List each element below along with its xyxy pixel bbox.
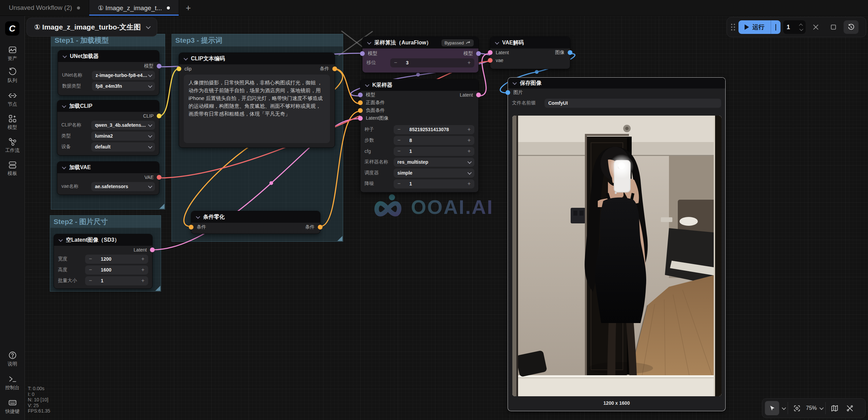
collapse-icon[interactable] bbox=[63, 54, 67, 58]
collapse-icon[interactable] bbox=[62, 103, 66, 108]
shift-stepper[interactable]: −3+ bbox=[390, 58, 474, 67]
collapse-icon[interactable] bbox=[513, 80, 517, 85]
increment-icon[interactable] bbox=[799, 23, 803, 27]
vae-name-combo[interactable]: ae.safetensors bbox=[91, 182, 155, 191]
node-unet-loader[interactable]: UNet加载器 模型 UNet名称 z-image-turbo-fp8-e4m.… bbox=[58, 50, 159, 96]
clip-type-combo[interactable]: lumina2 bbox=[91, 132, 155, 141]
node-model-sampling-auraflow[interactable]: 采样算法（AuraFlow） Bypassed 模型 模型 移位 −3+ bbox=[362, 37, 479, 73]
widget-label: 批量大小 bbox=[58, 278, 85, 284]
batch-count-input[interactable]: 1 bbox=[783, 20, 806, 34]
group-resize-handle[interactable] bbox=[155, 286, 160, 291]
seed-stepper[interactable]: −852192531413078+ bbox=[394, 125, 474, 134]
tab-image-z-image-turbo[interactable]: ① Image_z_image_t... bbox=[89, 0, 179, 16]
height-stepper[interactable]: −1600+ bbox=[85, 265, 148, 275]
sidebar-item-label: 模型 bbox=[8, 124, 17, 131]
node-save-image[interactable]: 保存图像 图片 文件名前缀 ComfyUI bbox=[508, 77, 726, 411]
sidebar-item-queue[interactable]: 队列 bbox=[0, 67, 25, 84]
sidebar-item-nodes[interactable]: 节点 bbox=[0, 91, 25, 107]
collapse-icon[interactable] bbox=[59, 237, 63, 242]
group-resize-handle[interactable] bbox=[159, 204, 164, 209]
tool-options-chevron[interactable] bbox=[782, 405, 786, 410]
comfyui-logo[interactable]: C bbox=[5, 21, 19, 36]
input-slot-model[interactable] bbox=[358, 93, 363, 97]
input-label: Latent图像 bbox=[366, 115, 389, 121]
sampler-name-combo[interactable]: res_multistep bbox=[394, 158, 474, 167]
output-slot-conditioning[interactable] bbox=[318, 225, 322, 229]
select-tool-button[interactable] bbox=[765, 401, 779, 415]
sidebar-item-assets[interactable]: 资产 bbox=[0, 45, 25, 62]
output-slot-latent[interactable] bbox=[476, 93, 481, 97]
node-title: CLIP文本编码 bbox=[191, 55, 225, 62]
input-slot-latent-image[interactable] bbox=[358, 116, 363, 121]
output-slot-conditioning[interactable] bbox=[332, 66, 337, 71]
prompt-textarea[interactable]: 人像摆拍摄影，日常快照风格，非精心构图或打光，御姐 ，动作为在镜子前随手自拍，场… bbox=[184, 75, 330, 143]
clip-name-combo[interactable]: qwen_3_4b.safetensors bbox=[91, 121, 155, 130]
toggle-links-button[interactable] bbox=[844, 401, 856, 415]
filename-prefix-input[interactable]: ComfyUI bbox=[545, 99, 721, 108]
queue-history-button[interactable] bbox=[844, 20, 859, 34]
dtype-combo[interactable]: fp8_e4m3fn bbox=[92, 82, 155, 91]
zoom-options-chevron[interactable] bbox=[820, 405, 824, 410]
zoom-level[interactable]: 75% bbox=[806, 405, 817, 411]
widget-label: 种子 bbox=[364, 126, 394, 133]
run-options-chevron[interactable] bbox=[771, 24, 781, 30]
workflow-title-dropdown[interactable]: ① Image_z_image_turbo-文生图 bbox=[26, 18, 157, 37]
input-slot-image[interactable] bbox=[506, 90, 510, 95]
scheduler-combo[interactable]: simple bbox=[394, 168, 474, 178]
node-title: 加载VAE bbox=[69, 164, 91, 171]
collapse-icon[interactable] bbox=[196, 214, 200, 219]
input-slot-clip[interactable] bbox=[177, 66, 181, 71]
output-slot-vae[interactable] bbox=[157, 175, 161, 180]
node-vae-loader[interactable]: 加载VAE VAE vae名称 ae.safetensors bbox=[57, 161, 159, 195]
sidebar-item-shortcuts[interactable]: 快捷键 bbox=[0, 398, 25, 415]
input-slot-positive[interactable] bbox=[358, 100, 363, 105]
play-icon bbox=[745, 24, 749, 30]
collapse-icon[interactable] bbox=[62, 165, 66, 169]
unet-name-combo[interactable]: z-image-turbo-fp8-e4m... bbox=[92, 71, 155, 80]
output-slot-latent[interactable] bbox=[150, 247, 155, 252]
interrupt-button[interactable] bbox=[808, 20, 823, 34]
input-slot-vae[interactable] bbox=[488, 58, 493, 63]
minimap-toggle-button[interactable] bbox=[828, 401, 841, 415]
denoise-stepper[interactable]: −1+ bbox=[394, 179, 474, 188]
generated-image-preview[interactable] bbox=[512, 116, 722, 396]
output-slot-model[interactable] bbox=[157, 64, 161, 68]
node-vae-decode[interactable]: VAE解码 Latent 图像 vae bbox=[490, 37, 570, 69]
tab-unsaved-workflow[interactable]: Unsaved Workflow (2) bbox=[0, 0, 89, 16]
node-ksampler[interactable]: K采样器 模型 Latent 正面条件 负面条件 Latent图像 种子 −85… bbox=[360, 79, 479, 193]
collapse-icon[interactable] bbox=[184, 56, 188, 60]
decrement-icon[interactable] bbox=[800, 27, 803, 31]
output-slot-clip[interactable] bbox=[157, 114, 161, 118]
stop-button[interactable] bbox=[826, 20, 841, 34]
input-slot-negative[interactable] bbox=[358, 108, 363, 113]
run-button[interactable]: 运行 bbox=[738, 20, 781, 34]
steps-stepper[interactable]: −8+ bbox=[394, 136, 474, 145]
output-slot-model[interactable] bbox=[476, 51, 481, 56]
collapse-icon[interactable] bbox=[495, 40, 499, 44]
sidebar-item-templates[interactable]: 模板 bbox=[0, 160, 25, 177]
batch-size-stepper[interactable]: −1+ bbox=[85, 276, 148, 285]
node-clip-loader[interactable]: 加载CLIP CLIP CLIP名称 qwen_3_4b.safetensors… bbox=[57, 100, 159, 156]
input-slot-model[interactable] bbox=[360, 51, 365, 56]
group-resize-handle[interactable] bbox=[337, 236, 342, 241]
collapse-icon[interactable] bbox=[367, 40, 372, 44]
image-dimensions-caption: 1200 x 1600 bbox=[508, 400, 725, 406]
input-label: 图片 bbox=[513, 89, 523, 96]
device-combo[interactable]: default bbox=[91, 142, 155, 152]
input-slot-latent[interactable] bbox=[488, 50, 493, 55]
width-stepper[interactable]: −1200+ bbox=[85, 255, 148, 264]
new-tab-button[interactable]: + bbox=[179, 0, 198, 16]
node-conditioning-zero-out[interactable]: 条件零化 条件 条件 bbox=[191, 211, 320, 234]
input-slot-conditioning[interactable] bbox=[189, 225, 194, 229]
fit-view-button[interactable] bbox=[791, 401, 803, 415]
node-clip-text-encode[interactable]: CLIP文本编码 clip 条件 人像摆拍摄影，日常快照风格，非精心构图或打光，… bbox=[179, 53, 335, 148]
sidebar-item-help[interactable]: 说明 bbox=[0, 351, 25, 367]
drag-handle[interactable] bbox=[731, 24, 735, 31]
node-empty-latent[interactable]: 空Latent图像（SD3） Latent 宽度 −1200+ 高度 −1600… bbox=[54, 234, 153, 289]
sidebar-item-workflows[interactable]: 工作流 bbox=[0, 137, 25, 154]
collapse-icon[interactable] bbox=[365, 82, 370, 87]
output-slot-image[interactable] bbox=[568, 50, 572, 55]
cfg-stepper[interactable]: −1+ bbox=[394, 147, 474, 156]
sidebar-item-console[interactable]: 控制台 bbox=[0, 375, 25, 391]
sidebar-item-models[interactable]: 模型 bbox=[0, 114, 25, 131]
